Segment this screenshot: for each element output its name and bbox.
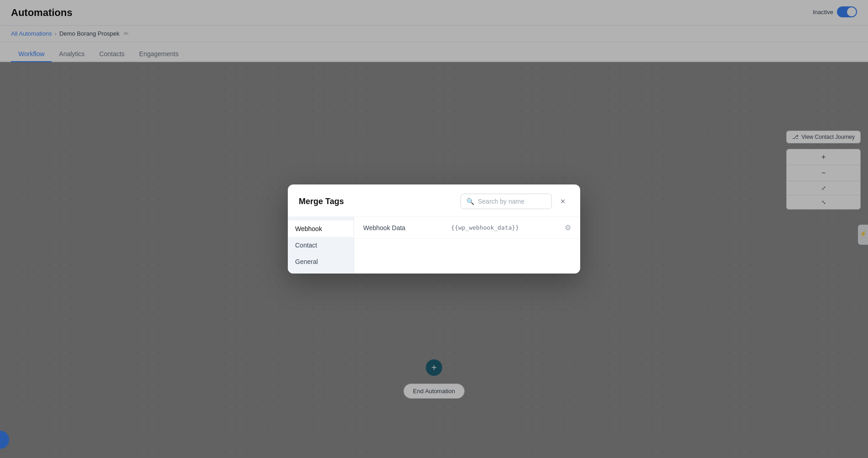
close-button[interactable]: ×	[556, 195, 569, 208]
search-icon: 🔍	[466, 198, 474, 205]
modal-title: Merge Tags	[299, 197, 344, 206]
merge-tag-row: Webhook Data {{wp_webhook_data}} ⚙	[354, 217, 580, 239]
sidebar-item-webhook[interactable]: Webhook	[288, 221, 354, 237]
modal-sidebar: Webhook Contact General	[288, 217, 354, 274]
search-input[interactable]	[478, 198, 546, 205]
modal-header: Merge Tags 🔍 ×	[288, 184, 580, 217]
merge-tag-value: {{wp_webhook_data}}	[451, 224, 519, 231]
search-container: 🔍	[460, 194, 552, 209]
modal-body: Webhook Contact General Webhook Data {{w…	[288, 217, 580, 274]
merge-tag-name: Webhook Data	[363, 224, 405, 232]
merge-tags-modal: Merge Tags 🔍 × Webhook Contact General W…	[288, 184, 580, 274]
modal-overlay: Merge Tags 🔍 × Webhook Contact General W…	[0, 0, 868, 458]
modal-merge-tags-list: Webhook Data {{wp_webhook_data}} ⚙	[354, 217, 580, 274]
sidebar-item-contact[interactable]: Contact	[288, 237, 354, 253]
merge-tag-settings-icon[interactable]: ⚙	[565, 223, 571, 232]
sidebar-item-general[interactable]: General	[288, 253, 354, 270]
